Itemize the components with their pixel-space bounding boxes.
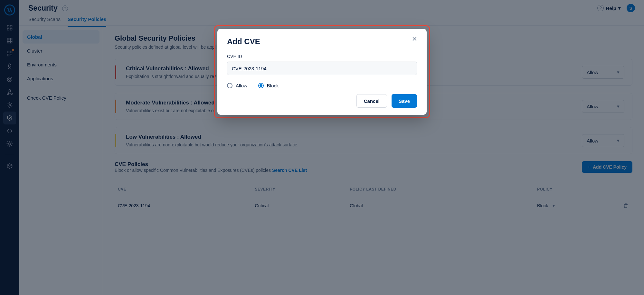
radio-label: Allow [236, 83, 247, 88]
close-icon[interactable]: ✕ [412, 36, 419, 43]
radio-label: Block [267, 83, 279, 88]
radio-allow[interactable]: Allow [227, 83, 247, 88]
app-root: Security ? ? Help ▾ S Security ScansSecu… [0, 0, 644, 295]
modal-title: Add CVE [227, 37, 417, 46]
save-button[interactable]: Save [392, 94, 417, 108]
radio-bullet [227, 83, 232, 88]
cve-id-label: CVE ID [227, 54, 417, 59]
radio-block[interactable]: Block [258, 83, 279, 88]
modal-highlight-ring: Add CVE ✕ CVE ID AllowBlock Cancel Save [214, 25, 430, 118]
modal-overlay[interactable]: Add CVE ✕ CVE ID AllowBlock Cancel Save [0, 0, 644, 295]
cancel-button[interactable]: Cancel [356, 94, 387, 108]
policy-radio-group: AllowBlock [227, 83, 417, 88]
add-cve-modal: Add CVE ✕ CVE ID AllowBlock Cancel Save [217, 29, 427, 115]
radio-bullet [258, 83, 264, 88]
cve-id-input[interactable] [227, 62, 417, 75]
